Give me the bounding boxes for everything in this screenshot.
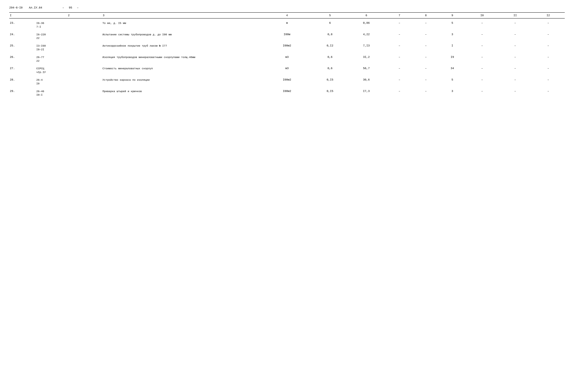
spacer-row [9,41,565,43]
spacer-row [9,18,565,21]
row-unit: I00м2 [261,77,313,86]
row-col-10: – [466,66,499,75]
col-header-8: 8 [413,13,439,18]
row-col-10: – [466,89,499,98]
row-col-5: 0,I5 [313,89,347,98]
spacer-row [9,86,565,89]
col-header-4: 4 [261,13,313,18]
row-col-7: – [386,21,412,30]
row-col-10: – [466,55,499,64]
row-col-12: – [532,32,565,41]
main-table-container: I 2 3 4 5 6 7 8 9 I0 II I2 23.I6–36 7–IТ… [9,12,565,98]
row-col-11: – [499,66,532,75]
table-row: 23.I6–36 7–IТо же, д. I5 ммм60,86––5––– [9,21,565,30]
row-col-7: – [386,77,412,86]
col-header-2: 2 [36,13,102,18]
page-number: 95 [69,6,72,9]
row-code: ССРСЦ чIр.IУ [36,66,102,75]
col-header-3: 3 [102,13,261,18]
row-col-8: – [413,77,439,86]
row-col-9: 3 [439,32,465,41]
row-number: 29. [9,89,36,98]
dash-before-page: – [62,6,64,9]
row-unit: I00м2 [261,89,313,98]
row-unit: I00м2 [261,43,313,52]
row-unit: м [261,21,313,30]
row-number: 28. [9,77,36,86]
row-desc: То же, д. I5 мм [102,21,261,30]
row-col-9: 3 [439,89,465,98]
row-col-11: – [499,32,532,41]
row-code: 26–4 I0 [36,77,102,86]
dash-after-page: – [77,6,79,9]
row-col-12: – [532,43,565,52]
row-col-9: 5 [439,21,465,30]
row-col-12: – [532,66,565,75]
spacer-row [9,64,565,66]
row-col-5: 0,I5 [313,77,347,86]
row-col-11: – [499,21,532,30]
row-col-10: – [466,77,499,86]
row-col-12: – [532,55,565,64]
col-header-6: 6 [347,13,386,18]
row-unit: I00м [261,32,313,41]
row-col-12: – [532,77,565,86]
spacer-row [9,75,565,77]
row-col-7: – [386,89,412,98]
table-row: 24.I6–220 22Испытание системы трубопрово… [9,32,565,41]
doc-code: 294-6-I0 [9,6,22,9]
row-col-5: 6 [313,21,347,30]
row-col-9: I9 [439,55,465,64]
row-col-8: – [413,89,439,98]
row-col-12: – [532,89,565,98]
col-header-10: I0 [466,13,499,18]
spacer-row [9,52,565,55]
row-col-9: 5 [439,77,465,86]
table-row: 25.I3–I68 I8–2IАнтикоррозийное покрытие … [9,43,565,52]
row-col-5: 0,I2 [313,43,347,52]
row-number: 26. [9,55,36,64]
row-desc: Приварка штырей и крючков [102,89,261,98]
row-desc: Устройство каркаса по изоляции [102,77,261,86]
row-col-6: 3I,2 [347,55,386,64]
row-col-5: 0,6 [313,55,347,64]
spacer-row [9,30,565,32]
row-col-11: – [499,55,532,64]
row-number: 25. [9,43,36,52]
row-col-9: I [439,43,465,52]
row-col-6: I7,3 [347,89,386,98]
row-col-7: – [386,55,412,64]
row-col-8: – [413,32,439,41]
row-number: 24. [9,32,36,41]
col-header-5: 5 [313,13,347,18]
row-col-8: – [413,66,439,75]
row-col-10: – [466,43,499,52]
row-col-8: – [413,43,439,52]
row-code: I6–220 22 [36,32,102,41]
row-desc: Стоимость минераловатных скорлуп [102,66,261,75]
col-header-7: 7 [386,13,412,18]
row-desc: Антикоррозийное покрытие труб лаком № I7… [102,43,261,52]
row-col-6: 4,22 [347,32,386,41]
row-col-6: 0,86 [347,21,386,30]
row-col-7: – [386,32,412,41]
row-col-6: 30,6 [347,77,386,86]
table-row: 29.26–46 I0–IПриварка штырей и крючковI0… [9,89,565,98]
row-col-10: – [466,21,499,30]
row-col-7: – [386,66,412,75]
row-col-8: – [413,55,439,64]
row-code: 26–46 I0–I [36,89,102,98]
col-header-12: I2 [532,13,565,18]
row-col-11: – [499,77,532,86]
row-desc: Испытание системы трубопроводов д. до I0… [102,32,261,41]
row-col-10: – [466,32,499,41]
doc-ref: Ал.IУ.84 [29,6,42,9]
table-header-row: I 2 3 4 5 6 7 8 9 I0 II I2 [9,13,565,18]
row-col-5: 0,6 [313,66,347,75]
table-row: 28.26–4 I0Устройство каркаса по изоляции… [9,77,565,86]
col-header-11: II [499,13,532,18]
row-col-11: – [499,43,532,52]
main-table: I 2 3 4 5 6 7 8 9 I0 II I2 23.I6–36 7–IТ… [9,12,565,98]
col-header-9: 9 [439,13,465,18]
row-unit: м3 [261,55,313,64]
